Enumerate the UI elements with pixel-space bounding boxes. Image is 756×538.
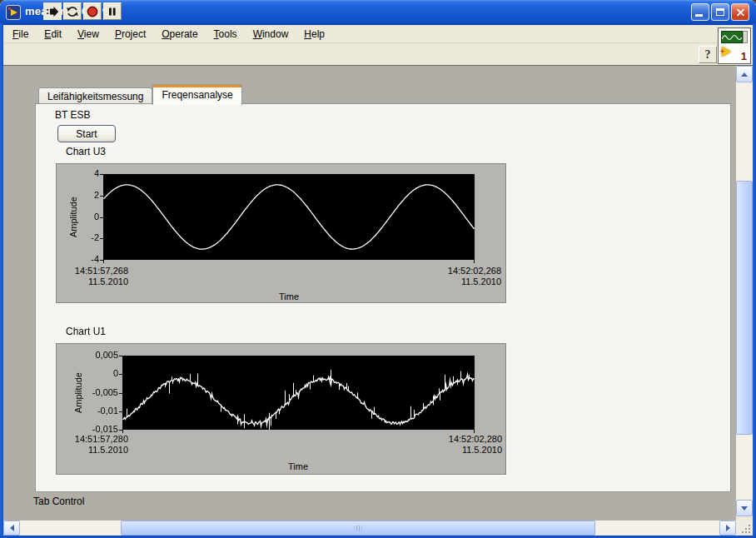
tab-page: BT ESB Start Chart U3 Amplitude 14:51:57… — [35, 103, 731, 492]
chevron-up-icon — [741, 72, 748, 77]
toolbar — [3, 43, 753, 66]
labview-app-icon[interactable] — [6, 5, 21, 20]
x-tick-mark — [122, 430, 123, 433]
vi-icon[interactable]: + 1 — [718, 27, 751, 64]
chevron-left-icon — [10, 525, 14, 531]
vi-icon-plus: + — [720, 47, 724, 56]
y-tick-mark — [100, 196, 103, 197]
vi-icon-scrollbar — [743, 31, 748, 43]
y-tick-mark — [119, 393, 122, 394]
menu-file[interactable]: File — [7, 26, 33, 42]
vertical-scrollbar[interactable] — [736, 66, 753, 516]
front-panel: Leifähigkeitsmessung Freqensanalyse BT E… — [3, 66, 736, 521]
chart-u1-xaxis-title: Time — [273, 461, 323, 471]
scroll-right-button[interactable] — [719, 521, 736, 536]
y-tick-label: 2 — [49, 190, 99, 201]
minimize-button[interactable] — [691, 3, 709, 21]
x-tick-mark — [103, 260, 104, 263]
menu-project[interactable]: Project — [110, 26, 151, 42]
minimize-icon — [695, 14, 703, 17]
vertical-scrollbar-thumb[interactable] — [736, 181, 753, 435]
run-continuously-button[interactable] — [63, 2, 82, 20]
tab-control-label: Tab Control — [33, 496, 84, 507]
pause-icon — [106, 5, 119, 18]
y-tick-mark — [119, 356, 122, 356]
chevron-down-icon — [741, 506, 748, 511]
scroll-left-button[interactable] — [3, 521, 20, 536]
y-tick-label: -4 — [49, 254, 99, 265]
abort-button[interactable] — [83, 2, 102, 20]
chart-u1-plot — [122, 356, 475, 430]
resize-grip[interactable] — [736, 521, 753, 536]
run-continuously-icon — [66, 5, 79, 18]
labview-dot-glyph — [8, 7, 11, 10]
menu-operate[interactable]: Operate — [157, 26, 202, 42]
y-tick-mark — [119, 411, 122, 412]
y-tick-mark — [100, 238, 103, 239]
pause-button[interactable] — [103, 2, 122, 20]
y-tick-label: -0,005 — [68, 387, 118, 398]
run-arrow-icon — [46, 5, 60, 18]
y-tick-label: 0 — [49, 212, 99, 222]
horizontal-scrollbar-thumb[interactable] — [121, 521, 595, 536]
run-button[interactable] — [43, 2, 62, 20]
y-tick-mark — [119, 374, 122, 375]
y-tick-label: -2 — [49, 232, 99, 243]
maximize-icon — [716, 8, 724, 16]
y-tick-label: -0,015 — [68, 424, 118, 435]
chevron-right-icon — [726, 525, 730, 531]
y-tick-label: 0 — [68, 368, 118, 379]
y-tick-label: -0,01 — [68, 406, 118, 416]
chart-u3-xend-label: 14:52:02,268 11.5.2010 — [418, 266, 501, 287]
chart-u1-label: Chart U1 — [66, 326, 106, 337]
y-tick-mark — [100, 217, 103, 218]
chart-u3-plot — [103, 174, 475, 260]
menu-view[interactable]: View — [72, 26, 104, 42]
chart-u1-panel: Amplitude 14:51:57,280 11.5.2010 14:52:0… — [56, 343, 506, 475]
menu-help[interactable]: Help — [299, 26, 330, 42]
tab-freqensanalyse[interactable]: Freqensanalyse — [152, 84, 241, 105]
x-tick-mark — [474, 260, 475, 263]
chart-u3-panel: Amplitude 14:51:57,268 11.5.2010 14:52:0… — [56, 163, 506, 303]
x-tick-mark — [474, 430, 475, 433]
chart-u3-xstart-label: 14:51:57,268 11.5.2010 — [57, 266, 128, 287]
y-tick-label: 0,005 — [68, 350, 118, 361]
resize-grip-dots — [749, 531, 750, 533]
labview-window: measure AC V.vi File Edit View Project O… — [0, 0, 756, 538]
y-tick-mark — [100, 174, 103, 175]
chart-u1-xstart-label: 14:51:57,280 11.5.2010 — [57, 434, 128, 456]
window-border-right — [753, 23, 756, 536]
menu-window[interactable]: Window — [248, 26, 294, 42]
tab-leifaehigkeitsmessung[interactable]: Leifähigkeitsmessung — [38, 87, 152, 104]
abort-stop-icon — [86, 5, 99, 18]
chart-u3-label: Chart U3 — [66, 146, 106, 157]
vi-icon-number: 1 — [741, 50, 747, 62]
context-help-button[interactable]: ? — [699, 46, 717, 63]
labview-arrow-glyph — [11, 9, 17, 16]
scroll-down-button[interactable] — [736, 500, 753, 516]
menu-edit[interactable]: Edit — [39, 26, 67, 42]
y-tick-label: 4 — [49, 168, 99, 179]
tab-strip: Leifähigkeitsmessung Freqensanalyse — [38, 83, 242, 104]
start-button[interactable]: Start — [57, 125, 116, 142]
window-border-left — [0, 23, 3, 536]
vi-icon-waveform — [721, 31, 743, 43]
maximize-button[interactable] — [711, 3, 729, 21]
horizontal-scrollbar[interactable] — [3, 521, 736, 536]
menu-tools[interactable]: Tools — [209, 26, 242, 42]
chart-u3-xaxis-title: Time — [264, 291, 314, 301]
chart-u1-xend-label: 14:52:02,280 11.5.2010 — [419, 434, 502, 456]
menu-bar: File Edit View Project Operate Tools Win… — [3, 25, 753, 43]
scroll-up-button[interactable] — [736, 66, 753, 82]
bt-esb-label: BT ESB — [55, 109, 90, 121]
close-button[interactable] — [731, 3, 749, 21]
